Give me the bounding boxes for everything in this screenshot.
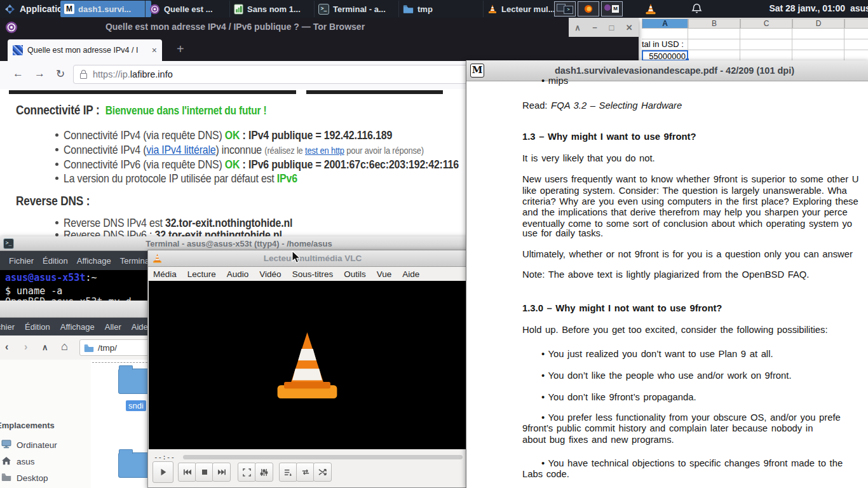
fm-up-button[interactable]: ∧: [42, 342, 48, 352]
pdf-bullet: • You don’t like the people who use and/…: [541, 370, 792, 381]
fm-menu-aide[interactable]: Aide: [132, 322, 148, 332]
vlc-menu-soustitres[interactable]: Sous-titres: [292, 269, 334, 279]
calc-cell[interactable]: [740, 29, 792, 39]
calc-cell[interactable]: [688, 50, 740, 61]
pdf-line: eventually come to some sort of conclusi…: [522, 219, 852, 229]
shade-button[interactable]: ∧: [574, 23, 581, 32]
reload-button[interactable]: ↻: [56, 67, 65, 81]
taskbar-item-terminal[interactable]: >_ Terminal - a...: [314, 1, 405, 17]
forward-button[interactable]: →: [34, 67, 45, 80]
vlc-shuffle-button[interactable]: [313, 463, 332, 482]
terminal-menu-terminal[interactable]: Terminal: [120, 256, 151, 266]
calc-col-header-e[interactable]: E: [844, 18, 868, 29]
vlc-equalizer-button[interactable]: [255, 463, 273, 482]
folder-icon: [84, 344, 94, 352]
terminal-menu-fichier[interactable]: Fichier: [9, 256, 34, 266]
vlc-titlebar[interactable]: Lecteur multimédia VLC: [148, 250, 466, 267]
workspace-3[interactable]: M: [601, 1, 623, 17]
vlc-menu-lecture[interactable]: Lecture: [187, 269, 216, 279]
calc-col-header-a[interactable]: A: [642, 18, 688, 29]
folder-icon: [1, 473, 11, 483]
vlc-seek-bar[interactable]: [183, 455, 463, 459]
pdf-viewer-window: M dash1.survivalevasionandescape.pdf - 4…: [466, 60, 868, 488]
pdf-heading: 1.3.0 – Why might I not want to use 9fro…: [522, 303, 722, 313]
new-tab-button[interactable]: +: [177, 42, 184, 57]
mupdf-icon: M: [64, 4, 74, 14]
vlc-previous-button[interactable]: [178, 463, 196, 482]
pdf-titlebar[interactable]: M dash1.survivalevasionandescape.pdf - 4…: [466, 60, 868, 81]
sidebar-item-asus[interactable]: asus: [0, 453, 91, 470]
fm-menu-edition[interactable]: Édition: [25, 322, 50, 332]
pdf-bullet: • You prefer less functionality from you…: [541, 412, 841, 423]
calc-cell[interactable]: [844, 29, 868, 39]
fm-path-bar[interactable]: /tmp/: [79, 339, 151, 356]
fm-path-text: /tmp/: [98, 343, 117, 353]
calc-cell[interactable]: [844, 39, 868, 50]
calc-cell[interactable]: [740, 50, 792, 61]
calc-cell[interactable]: [740, 39, 792, 50]
terminal-titlebar[interactable]: >_ Terminal - asus@asus-x53t (ttyp4) - /…: [0, 236, 467, 251]
fm-forward-button[interactable]: ›: [24, 341, 27, 353]
vlc-play-button[interactable]: [153, 461, 173, 483]
workspace-1[interactable]: >: [554, 1, 576, 17]
terminal-menu-affichage[interactable]: Affichage: [77, 256, 111, 266]
close-button[interactable]: ✕: [626, 23, 633, 32]
taskbar-item-tmp[interactable]: tmp: [398, 1, 490, 17]
fm-menu-fichier[interactable]: Fichier: [0, 322, 15, 332]
calc-cell[interactable]: [792, 39, 844, 50]
tray-vlc-icon[interactable]: [644, 3, 657, 15]
taskbar-item-pdf[interactable]: M dash1.survi...: [60, 1, 151, 17]
vlc-menu-media[interactable]: Média: [153, 269, 177, 279]
calc-cell[interactable]: [688, 39, 740, 50]
file-manager-titlebar[interactable]: [0, 301, 153, 318]
vlc-fullscreen-button[interactable]: [238, 463, 256, 482]
taskbar-item-browser[interactable]: Quelle est ...: [145, 1, 236, 17]
sidebar-item-ordinateur[interactable]: Ordinateur: [0, 437, 91, 453]
selection-dash-line: [92, 362, 151, 363]
calc-cell[interactable]: [688, 29, 740, 39]
vlc-menu-aide[interactable]: Aide: [402, 269, 419, 279]
tab-close-icon[interactable]: ×: [152, 45, 157, 55]
folder-icon[interactable]: [118, 452, 150, 478]
vlc-menu-video[interactable]: Vidéo: [259, 269, 281, 279]
back-button[interactable]: ←: [13, 67, 24, 80]
terminal-menu-edition[interactable]: Édition: [43, 256, 68, 266]
vlc-next-button[interactable]: [212, 463, 231, 482]
calc-cell[interactable]: [642, 29, 688, 39]
mupdf-icon: M: [470, 64, 484, 78]
tab-title: Quelle est mon adresse IPv4 / I: [27, 46, 149, 55]
file-label[interactable]: sndi: [126, 400, 146, 411]
vlc-video-area[interactable]: [149, 281, 466, 449]
calc-selected-cell[interactable]: 55000000: [642, 50, 688, 61]
vlc-playlist-button[interactable]: [279, 463, 297, 482]
maximize-button[interactable]: □: [609, 23, 614, 32]
folder-icon[interactable]: [118, 369, 150, 394]
fm-menu-aller[interactable]: Aller: [105, 322, 121, 332]
calc-cell[interactable]: [792, 29, 844, 39]
calc-cell-label[interactable]: tal in USD :: [642, 39, 688, 50]
file-manager-window: Fichier Édition Affichage Aller Aide ‹ ›…: [0, 301, 153, 488]
calc-col-header-d[interactable]: D: [792, 18, 844, 29]
browser-tab[interactable]: Quelle est mon adresse IPv4 / I ×: [8, 39, 162, 61]
vlc-controls: --:--: [149, 449, 466, 487]
browser-window-title: Quelle est mon adresse IPv4 / IPv6 publi…: [76, 22, 394, 32]
taskbar-item-calc[interactable]: Sans nom 1...: [229, 1, 321, 17]
calc-col-header-c[interactable]: C: [740, 18, 792, 29]
vlc-menu-outils[interactable]: Outils: [344, 269, 366, 279]
calc-cell[interactable]: [844, 50, 868, 61]
browser-titlebar[interactable]: Quelle est mon adresse IPv4 / IPv6 publi…: [0, 18, 639, 37]
fm-home-button[interactable]: ⌂: [61, 340, 68, 353]
calc-col-header-b[interactable]: B: [688, 18, 740, 29]
vlc-stop-button[interactable]: [195, 463, 214, 482]
vlc-loop-button[interactable]: [296, 463, 315, 482]
tray-notification-bell-icon[interactable]: [691, 3, 702, 14]
sidebar-item-desktop[interactable]: Desktop: [0, 470, 91, 486]
fm-menu-affichage[interactable]: Affichage: [60, 322, 95, 332]
taskbar-item-vlc[interactable]: Lecteur mul...: [483, 1, 559, 17]
vlc-menu-audio[interactable]: Audio: [227, 269, 249, 279]
calc-cell[interactable]: [792, 50, 844, 61]
minimize-button[interactable]: −: [592, 23, 597, 32]
fm-back-button[interactable]: ‹: [5, 341, 8, 353]
workspace-2[interactable]: [578, 1, 599, 17]
vlc-menu-vue[interactable]: Vue: [377, 269, 392, 279]
